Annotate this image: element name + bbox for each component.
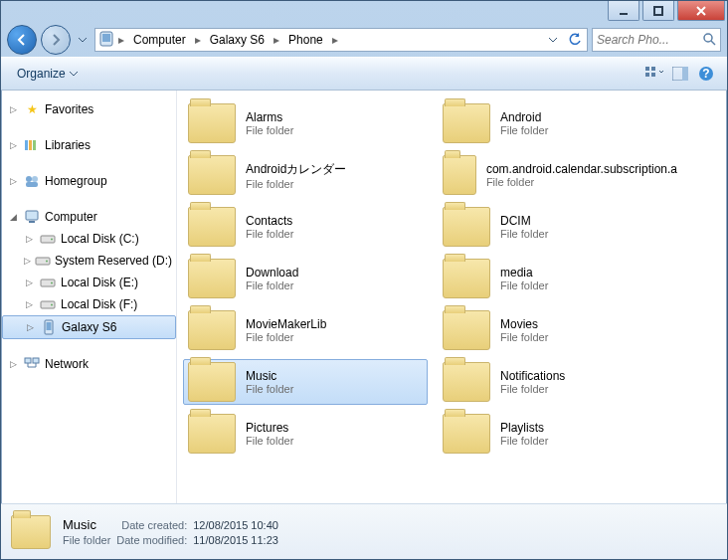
- nav-label: System Reserved (D:): [55, 254, 172, 268]
- folder-item-music[interactable]: MusicFile folder: [183, 359, 428, 405]
- breadcrumb-phone[interactable]: Phone: [282, 31, 329, 49]
- help-button[interactable]: ?: [693, 62, 719, 86]
- close-button[interactable]: [677, 1, 725, 21]
- chevron-down-icon: [549, 38, 557, 43]
- folder-type: File folder: [500, 124, 548, 136]
- folder-item-dcim[interactable]: DCIMFile folder: [438, 204, 682, 250]
- folder-meta: MovieMakerLibFile folder: [246, 317, 326, 343]
- nav-item-local-disk-c-[interactable]: ▷Local Disk (C:): [2, 228, 176, 250]
- folder-item-com-android-calendar-subscription-a[interactable]: com.android.calendar.subscription.aFile …: [438, 152, 682, 198]
- libraries-icon: [23, 136, 41, 154]
- address-bar[interactable]: ▸ Computer ▸ Galaxy S6 ▸ Phone ▸: [94, 28, 588, 52]
- svg-rect-4: [645, 67, 649, 71]
- search-icon: [702, 32, 716, 49]
- folder-type: File folder: [500, 331, 548, 343]
- breadcrumb-computer[interactable]: Computer: [127, 31, 192, 49]
- expand-icon[interactable]: ▷: [8, 359, 19, 370]
- folder-icon: [443, 414, 490, 454]
- expand-icon[interactable]: ▷: [8, 176, 19, 187]
- expand-icon[interactable]: ▷: [24, 234, 35, 245]
- forward-button[interactable]: [41, 25, 71, 55]
- folder-name: Movies: [500, 317, 548, 331]
- folder-meta: NotificationsFile folder: [500, 369, 565, 395]
- nav-item-galaxy-s6[interactable]: ▷Galaxy S6: [2, 315, 176, 339]
- folder-name: Androidカレンダー: [246, 161, 346, 178]
- nav-label: Local Disk (F:): [61, 297, 137, 311]
- folder-meta: AndroidFile folder: [500, 110, 548, 136]
- breadcrumb-separator[interactable]: ▸: [117, 33, 125, 47]
- folder-type: File folder: [246, 435, 293, 447]
- nav-group-libraries: ▷ Libraries: [2, 134, 176, 156]
- nav-libraries[interactable]: ▷ Libraries: [2, 134, 176, 156]
- folder-type: File folder: [500, 228, 548, 240]
- preview-pane-button[interactable]: [667, 62, 693, 86]
- computer-icon: [23, 208, 41, 226]
- chevron-down-icon: [70, 72, 78, 77]
- breadcrumb-separator[interactable]: ▸: [194, 33, 202, 47]
- svg-rect-7: [651, 73, 655, 77]
- nav-network[interactable]: ▷ Network: [2, 353, 176, 375]
- disk-icon: [39, 274, 57, 291]
- back-button[interactable]: [7, 25, 37, 55]
- expand-icon[interactable]: ▷: [25, 322, 36, 333]
- svg-rect-29: [47, 322, 52, 330]
- nav-label: Local Disk (C:): [61, 232, 139, 246]
- nav-homegroup[interactable]: ▷ Homegroup: [2, 170, 176, 192]
- preview-pane-icon: [672, 67, 688, 81]
- address-dropdown-button[interactable]: [543, 30, 563, 50]
- refresh-button[interactable]: [565, 30, 585, 50]
- breadcrumb-galaxy-s6[interactable]: Galaxy S6: [204, 31, 271, 49]
- svg-point-15: [26, 176, 32, 182]
- svg-point-21: [51, 239, 53, 241]
- folder-type: File folder: [246, 331, 326, 343]
- nav-label: Local Disk (E:): [61, 276, 138, 289]
- expand-icon[interactable]: ▷: [24, 299, 35, 310]
- expand-icon[interactable]: ▷: [24, 256, 31, 267]
- file-list[interactable]: AlarmsFile folderAndroidFile folderAndro…: [177, 91, 726, 503]
- view-icon: [645, 67, 663, 81]
- folder-item-movies[interactable]: MoviesFile folder: [438, 307, 682, 353]
- nav-item-local-disk-f-[interactable]: ▷Local Disk (F:): [2, 293, 176, 315]
- folder-item-playlists[interactable]: PlaylistsFile folder: [438, 411, 682, 457]
- maximize-button[interactable]: [642, 1, 674, 21]
- folder-name: Playlists: [500, 421, 548, 435]
- folder-item-notifications[interactable]: NotificationsFile folder: [438, 359, 682, 405]
- star-icon: ★: [23, 100, 41, 118]
- folder-item-alarms[interactable]: AlarmsFile folder: [183, 100, 428, 146]
- expand-icon[interactable]: ▷: [8, 140, 19, 151]
- maximize-icon: [652, 5, 664, 17]
- search-input[interactable]: [597, 33, 699, 47]
- nav-label: Homegroup: [45, 174, 107, 188]
- collapse-icon[interactable]: ◢: [8, 212, 19, 223]
- folder-item-contacts[interactable]: ContactsFile folder: [183, 204, 428, 250]
- view-options-button[interactable]: [641, 62, 667, 86]
- breadcrumb-separator[interactable]: ▸: [273, 33, 280, 47]
- svg-rect-9: [682, 67, 688, 81]
- folder-item-download[interactable]: DownloadFile folder: [183, 256, 428, 301]
- recent-locations-button[interactable]: [75, 31, 91, 49]
- folder-name: Alarms: [246, 110, 293, 124]
- nav-item-local-disk-e-[interactable]: ▷Local Disk (E:): [2, 272, 176, 293]
- folder-name: Contacts: [246, 214, 293, 228]
- folder-type: File folder: [246, 383, 293, 395]
- network-icon: [23, 355, 41, 373]
- nav-computer[interactable]: ◢ Computer: [2, 206, 176, 228]
- minimize-button[interactable]: [608, 1, 639, 21]
- expand-icon[interactable]: ▷: [8, 104, 19, 115]
- folder-name: Android: [500, 110, 548, 124]
- device-icon: [40, 318, 58, 336]
- folder-item-pictures[interactable]: PicturesFile folder: [183, 411, 428, 457]
- search-box[interactable]: [592, 28, 721, 52]
- nav-label: Favorites: [45, 102, 93, 116]
- nav-favorites[interactable]: ▷ ★ Favorites: [2, 98, 176, 120]
- folder-item-android[interactable]: AndroidFile folder: [438, 100, 682, 146]
- organize-menu-button[interactable]: Organize: [9, 64, 86, 84]
- svg-text:?: ?: [702, 67, 709, 81]
- breadcrumb-separator[interactable]: ▸: [331, 33, 339, 47]
- folder-item-moviemakerlib[interactable]: MovieMakerLibFile folder: [183, 307, 428, 353]
- folder-item-android-[interactable]: AndroidカレンダーFile folder: [183, 152, 428, 198]
- nav-item-system-reserved-d-[interactable]: ▷System Reserved (D:): [2, 250, 176, 272]
- expand-icon[interactable]: ▷: [24, 278, 35, 288]
- folder-type: File folder: [500, 280, 548, 291]
- folder-item-media[interactable]: mediaFile folder: [438, 256, 682, 301]
